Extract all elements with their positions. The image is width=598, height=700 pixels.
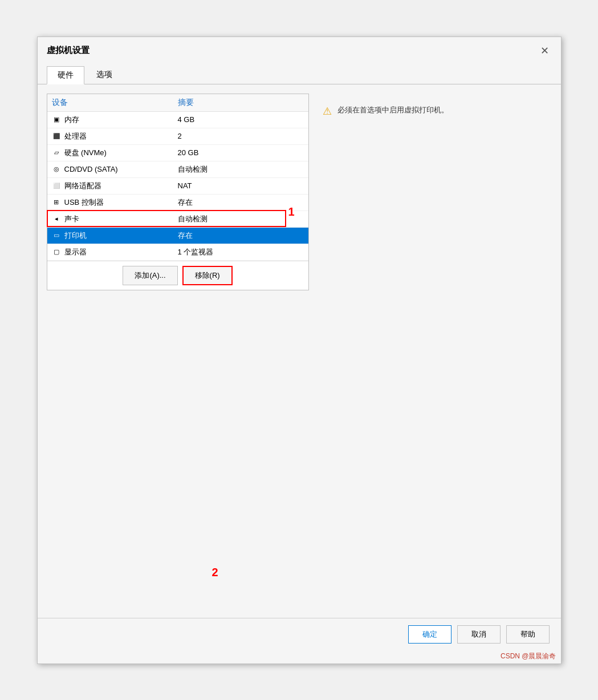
confirm-button[interactable]: 确定: [408, 625, 451, 644]
device-name-display: 显示器: [52, 247, 178, 257]
network-icon: [52, 181, 61, 191]
cancel-button[interactable]: 取消: [457, 625, 501, 644]
table-row[interactable]: 内存 4 GB: [47, 112, 308, 128]
device-name-cpu: 处理器: [52, 131, 178, 141]
summary-column-header: 摘要: [178, 98, 304, 108]
table-row[interactable]: CD/DVD (SATA) 自动检测: [47, 161, 308, 178]
warning-text: 必须在首选项中启用虚拟打印机。: [337, 105, 449, 115]
device-value-usb: 存在: [178, 197, 304, 208]
device-value-hdd: 20 GB: [178, 148, 304, 157]
device-name-memory: 内存: [52, 115, 178, 125]
printer-icon: [52, 231, 61, 240]
device-table: 设备 摘要 内存 4 GB 处理器: [47, 94, 308, 261]
sound-icon: [52, 215, 61, 224]
dialog-title: 虚拟机设置: [47, 45, 90, 56]
device-name-network: 网络适配器: [52, 181, 178, 191]
right-panel: ⚠ 必须在首选项中启用虚拟打印机。: [309, 94, 552, 609]
dialog-footer: 确定 取消 帮助: [38, 618, 561, 650]
hdd-icon: [52, 148, 61, 157]
device-value-display: 1 个监视器: [178, 247, 304, 257]
device-name-printer: 打印机: [52, 230, 178, 241]
device-name-cddvd: CD/DVD (SATA): [52, 165, 178, 174]
device-value-cpu: 2: [178, 132, 304, 140]
device-value-memory: 4 GB: [178, 115, 304, 124]
device-value-cddvd: 自动检测: [178, 164, 304, 175]
cpu-icon: [52, 132, 61, 141]
table-row[interactable]: USB 控制器 存在: [47, 195, 308, 211]
tab-hardware[interactable]: 硬件: [47, 66, 84, 84]
title-bar: 虚拟机设置 ✕: [38, 37, 561, 58]
content-area: 设备 摘要 内存 4 GB 处理器: [38, 84, 561, 618]
display-icon: [52, 248, 61, 257]
memory-icon: [52, 115, 61, 124]
tab-options[interactable]: 选项: [86, 66, 123, 84]
annotation-label-2: 2: [212, 566, 218, 579]
warning-area: ⚠ 必须在首选项中启用虚拟打印机。: [323, 105, 538, 118]
help-button[interactable]: 帮助: [506, 625, 550, 644]
warning-icon: ⚠: [323, 105, 332, 118]
close-button[interactable]: ✕: [538, 44, 552, 58]
device-buttons: 添加(A)... 移除(R): [47, 261, 308, 290]
device-name-sound: 声卡: [52, 214, 178, 224]
device-name-hdd: 硬盘 (NVMe): [52, 148, 178, 158]
device-list-panel: 设备 摘要 内存 4 GB 处理器: [47, 94, 309, 290]
tab-bar: 硬件 选项: [38, 61, 561, 84]
table-row-printer[interactable]: 打印机 存在: [47, 228, 308, 244]
table-row[interactable]: 硬盘 (NVMe) 20 GB: [47, 145, 308, 161]
watermark: CSDN @晨晨渝奇: [38, 650, 561, 663]
table-row[interactable]: 处理器 2: [47, 128, 308, 145]
device-name-usb: USB 控制器: [52, 197, 178, 208]
table-row[interactable]: 声卡 自动检测: [47, 211, 308, 228]
device-value-printer: 存在: [178, 230, 304, 241]
usb-icon: [52, 198, 61, 207]
device-column-header: 设备: [52, 98, 178, 108]
table-header: 设备 摘要: [47, 94, 308, 112]
cd-icon: [52, 165, 61, 174]
table-row[interactable]: 网络适配器 NAT: [47, 178, 308, 195]
remove-button[interactable]: 移除(R): [182, 266, 233, 285]
device-value-network: NAT: [178, 181, 304, 190]
table-row[interactable]: 显示器 1 个监视器: [47, 244, 308, 261]
device-value-sound: 自动检测: [178, 214, 304, 224]
virtual-machine-settings-dialog: 虚拟机设置 ✕ 硬件 选项 设备 摘要 内: [37, 37, 562, 664]
add-button[interactable]: 添加(A)...: [123, 266, 177, 285]
